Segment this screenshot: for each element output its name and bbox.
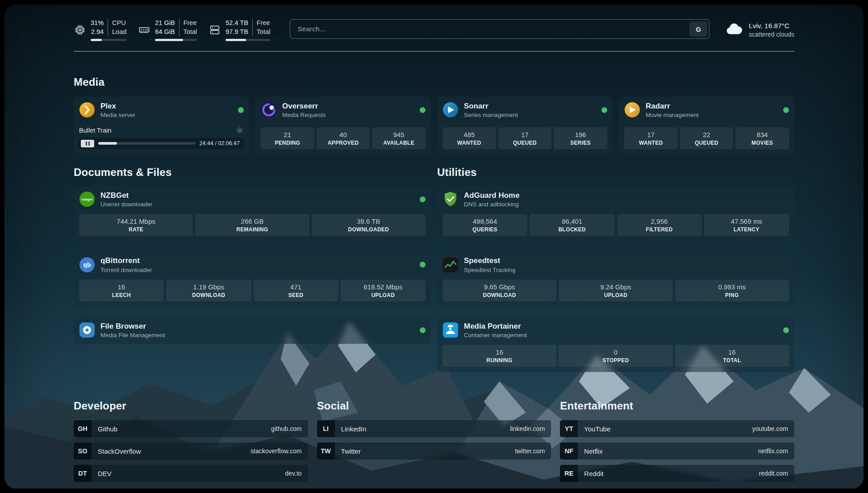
portainer-icon [442,322,459,338]
status-dot [783,107,789,113]
reddit-icon: RE [560,465,578,482]
app-subtitle: Media Requests [282,112,326,118]
bookmark-reddit[interactable]: RE Reddit reddit.com [560,465,794,482]
app-card-sonarr[interactable]: Sonarr Series management 485 WANTED 17 Q… [437,96,613,155]
section-title-utilities: Utilities [437,166,794,179]
app-subtitle: Media server [100,112,135,118]
app-subtitle: Torrent downloader [100,267,152,273]
filebrowser-icon [79,322,95,338]
cpu-widget: 31% 2.94 CPU Load [74,19,126,41]
app-subtitle: Movie management [646,112,699,118]
stat-rate: 744.21 Mbps RATE [79,214,193,236]
weather-location: Lviv, 16.87°C [749,22,794,30]
svg-text:qb: qb [83,261,91,268]
section-documents: Documents & Files nzbget NZBGet Usenet d… [74,166,431,344]
linkedin-icon: LI [317,420,335,437]
bookmark-dev[interactable]: DT DEV dev.to [74,465,308,482]
cpu-usage-bar [91,39,126,41]
search-engine-button[interactable]: G [689,21,707,37]
stat-downloaded: 39.6 TB DOWNLOADED [312,214,426,236]
app-card-overseerr[interactable]: Overseerr Media Requests 21 PENDING 40 A… [255,96,431,155]
bookmark-youtube[interactable]: YT YouTube youtube.com [560,420,794,437]
app-subtitle: Speedtest Tracking [464,267,516,273]
weather-widget[interactable]: Lviv, 16.87°C scattered clouds [725,20,794,40]
memory-total: 64 GiB [155,28,175,37]
cpu-percent: 31% [91,19,104,28]
bookmark-linkedin[interactable]: LI LinkedIn linkedin.com [317,420,551,437]
app-card-portainer[interactable]: Media Portainer Container management 16 … [437,317,794,372]
stat-download: 9.65 Gbps DOWNLOAD [442,280,556,301]
memory-total-label: Total [184,28,197,37]
bookmark-github[interactable]: GH Github github.com [74,420,308,437]
dashboard-window: 31% 2.94 CPU Load [4,4,864,489]
app-subtitle: Usenet downloader [100,201,152,208]
stat-approved: 40 APPROVED [317,127,370,149]
app-card-radarr[interactable]: Radarr Movie management 17 WANTED 22 QUE… [619,96,794,155]
section-title-media: Media [74,76,794,88]
app-subtitle: Container management [464,332,527,338]
status-dot [420,262,426,267]
plex-icon [79,102,95,118]
bookmark-netflix[interactable]: NF Netflix netflix.com [560,443,794,460]
cloud-icon [725,20,743,40]
stat-download: 1.19 Gbps DOWNLOAD [166,280,251,301]
section-utilities: Utilities AdGuard Home [437,166,794,372]
dev-icon: DT [74,465,92,482]
stat-leech: 16 LEECH [79,280,164,301]
stat-running: 16 RUNNING [442,345,556,367]
storage-widget: 52.4 TB 97.9 TB Free Total [209,19,270,41]
app-card-filebrowser[interactable]: File Browser Media File Management [74,317,431,344]
pause-button[interactable] [81,140,94,147]
status-dot [420,196,426,202]
stat-blocked: 86,401 BLOCKED [530,214,614,236]
stat-queued: 22 QUEUED [680,127,734,149]
stat-queued: 17 QUEUED [498,127,552,149]
storage-free: 52.4 TB [225,19,248,28]
stat-upload: 9.24 Gbps UPLOAD [559,280,672,301]
weather-condition: scattered clouds [749,31,794,38]
twitter-icon: TW [317,443,335,460]
netflix-icon: NF [560,443,578,460]
bookmark-twitter[interactable]: TW Twitter twitter.com [317,443,551,460]
status-dot [238,107,244,113]
radarr-icon [624,102,640,118]
stat-wanted: 485 WANTED [442,127,496,149]
youtube-icon: YT [560,420,578,437]
stat-stopped: 0 STOPPED [559,345,672,367]
bookmark-group-social: Social LI LinkedIn linkedin.com TW Twitt… [317,400,551,482]
app-card-speedtest[interactable]: Speedtest Speedtest Tracking 9.65 Gbps D… [437,251,794,307]
app-card-qbittorrent[interactable]: qb qBittorrent Torrent downloader 16 [74,251,431,307]
storage-usage-bar [225,39,270,41]
cpu-label: CPU [112,19,126,28]
bookmark-stackoverflow[interactable]: SO StackOverflow stackoverflow.com [74,443,308,460]
storage-total: 97.9 TB [225,28,248,37]
stat-filtered: 2,956 FILTERED [617,214,702,236]
app-subtitle: DNS and adblocking [464,201,520,208]
section-title-entertainment: Entertainment [560,400,794,412]
status-dot [420,107,426,113]
app-name: AdGuard Home [464,191,520,200]
search-input[interactable] [292,25,689,33]
adguard-icon [442,191,459,207]
memory-free-label: Free [184,19,197,28]
app-subtitle: Series management [464,112,518,118]
svg-text:nzbget: nzbget [82,197,92,201]
gear-icon[interactable] [236,126,244,134]
app-name: Overseerr [282,102,326,111]
app-card-nzbget[interactable]: nzbget NZBGet Usenet downloader 744.21 M… [74,186,431,242]
app-card-plex[interactable]: Plex Media server Bullet Train [74,96,249,155]
sonarr-icon [442,102,459,118]
app-name: File Browser [100,322,165,331]
app-subtitle: Media File Management [100,332,165,338]
app-name: Radarr [646,102,699,111]
cpu-load-label: Load [112,28,126,37]
app-card-adguard[interactable]: AdGuard Home DNS and adblocking 498,564 … [437,186,794,242]
top-bar: 31% 2.94 CPU Load [74,19,794,41]
memory-free: 21 GiB [155,19,175,28]
playback-progress[interactable] [98,142,196,145]
section-title-developer: Developer [74,400,308,412]
app-name: Sonarr [464,102,518,111]
bookmark-group-entertainment: Entertainment YT YouTube youtube.com NF … [560,400,794,482]
status-dot [420,327,426,333]
stat-seed: 471 SEED [254,280,338,301]
